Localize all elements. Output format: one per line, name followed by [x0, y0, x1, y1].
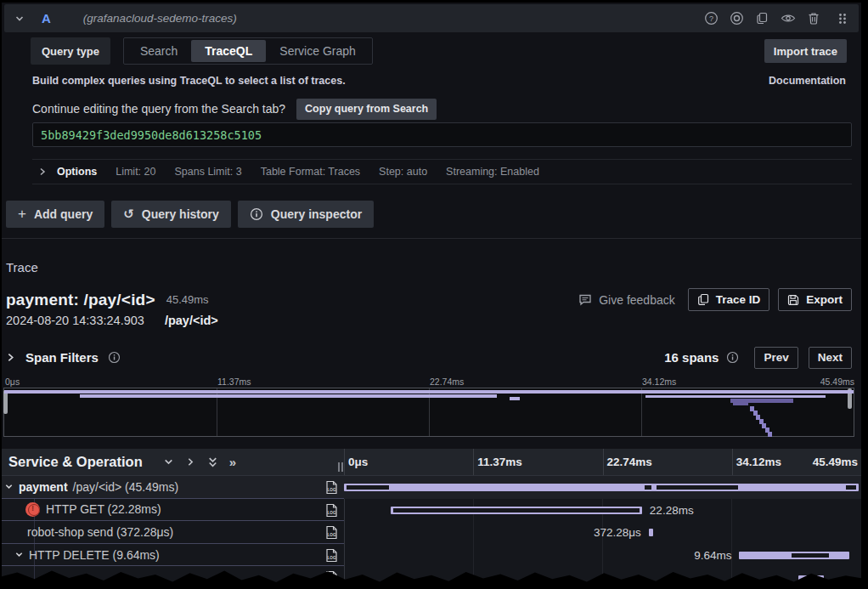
copy-query-from-search-button[interactable]: Copy query from Search [296, 99, 437, 120]
query-history-button[interactable]: ↺ Query history [111, 201, 231, 228]
minimap-span-bar [645, 395, 826, 398]
span-row-robot-shop-send[interactable]: robot-shop send (372.28μs) LOG 372.28μs [2, 521, 861, 544]
documentation-link[interactable]: Documentation [769, 75, 846, 87]
span-count: 16 spans [664, 350, 719, 365]
traceql-hint-text: Build complex queries using TraceQL to s… [32, 75, 346, 87]
duplicate-query-icon[interactable] [755, 11, 769, 25]
minimap-left-handle[interactable] [3, 390, 8, 414]
svg-text:LOG: LOG [328, 556, 336, 560]
log-icon[interactable]: LOG [325, 503, 338, 518]
option-table-format: Table Format: Traces [261, 166, 360, 178]
help-icon[interactable]: ? [704, 11, 719, 25]
minimap-tick: 45.49ms [820, 377, 854, 387]
minimap-tick: 22.74ms [430, 377, 464, 387]
traceql-query-value: 5bb89429f3ded9950de8d613258c5105 [41, 128, 262, 142]
option-limit: Limit: 20 [116, 166, 155, 178]
span-operation-name: HTTP DELETE (9.64ms) [29, 548, 160, 562]
minimap-span-bar [4, 390, 854, 394]
span-bar-area[interactable] [344, 476, 859, 499]
add-query-button[interactable]: + Add query [6, 201, 104, 228]
tab-traceql[interactable]: TraceQL [191, 40, 266, 62]
query-inspector-button[interactable]: Query inspector [238, 201, 374, 228]
collapse-query-chevron-icon[interactable] [14, 14, 25, 24]
span-filters-chevron-icon[interactable] [6, 353, 15, 362]
span-collapse-chevron-icon[interactable] [4, 482, 14, 491]
log-icon[interactable]: LOG [325, 480, 338, 495]
delete-query-trash-icon[interactable] [807, 11, 820, 25]
span-duration-label: 9.64ms [694, 549, 731, 562]
query-type-label: Query type [31, 37, 110, 65]
tab-search[interactable]: Search [127, 40, 191, 62]
give-feedback-link[interactable]: Give feedback [578, 293, 675, 307]
traceql-query-input[interactable]: 5bb89429f3ded9950de8d613258c5105 [32, 122, 852, 147]
span-operation-name: HTTP GET (22.28ms) [46, 502, 161, 516]
span-bar-area[interactable]: 22.28ms [344, 499, 859, 522]
hide-query-eye-icon[interactable] [781, 11, 796, 25]
next-button[interactable]: Next [809, 347, 852, 369]
timeline-tick: 22.74ms [607, 456, 652, 468]
timeline-tick: 11.37ms [477, 456, 522, 468]
minimap-tick: 34.12ms [642, 377, 676, 387]
trace-title: payment: /pay/<id> [6, 291, 155, 309]
minimap-tick-labels: 0μs 11.37ms 22.74ms 34.12ms 45.49ms [5, 377, 854, 387]
timeline-tick: 34.12ms [736, 456, 781, 468]
plus-icon: + [18, 206, 26, 223]
chevron-right-icon[interactable] [185, 456, 196, 467]
service-operation-header: Service & Operation [8, 454, 143, 470]
option-step: Step: auto [379, 166, 427, 178]
datasource-name: (grafanacloud-sedemo-traces) [83, 12, 237, 25]
trace-id-button[interactable]: Trace ID [688, 288, 770, 311]
span-duration-label: 372.28μs [594, 526, 641, 539]
minimap-tick: 0μs [5, 377, 20, 387]
export-button[interactable]: Export [778, 288, 852, 311]
tab-service-graph[interactable]: Service Graph [266, 40, 369, 62]
chevron-down-icon[interactable] [163, 456, 174, 467]
span-list: payment /pay/<id> (45.49ms) LOG HTTP GET… [2, 476, 861, 589]
trace-duration: 45.49ms [166, 293, 209, 306]
timeline-tick: 45.49ms [813, 456, 858, 468]
info-circle-icon [250, 207, 263, 221]
timeline-tick: 0μs [348, 456, 368, 468]
drag-handle-icon[interactable] [837, 12, 848, 25]
span-bar-area[interactable]: 9.64ms [344, 544, 859, 567]
log-icon[interactable]: LOG [325, 548, 338, 563]
span-operation-name: /pay/<id> (45.49ms) [73, 480, 179, 494]
minimap-span-bar [80, 394, 497, 398]
log-icon[interactable]: LOG [325, 525, 338, 540]
minimap-span-bar [768, 432, 772, 437]
span-filters-info-icon[interactable] [108, 351, 121, 364]
trace-minimap[interactable] [3, 388, 854, 437]
record-icon[interactable] [730, 11, 744, 25]
query-type-radiogroup: Search TraceQL Service Graph [123, 37, 373, 65]
query-row-header[interactable]: A (grafanacloud-sedemo-traces) ? [4, 4, 859, 32]
error-icon [25, 502, 40, 517]
span-count-info-icon[interactable] [726, 351, 739, 364]
query-ref-label: A [42, 11, 51, 25]
span-row-http-delete[interactable]: HTTP DELETE (9.64ms) LOG 9.64ms [2, 544, 861, 567]
span-filters-toggle[interactable]: Span Filters [25, 350, 99, 365]
minimap-tick: 11.37ms [217, 377, 251, 387]
span-row-http-get[interactable]: HTTP GET (22.28ms) LOG 22.28ms [2, 499, 861, 522]
span-operation-name: robot-shop send (372.28μs) [27, 525, 173, 539]
column-resize-handle[interactable] [338, 462, 343, 472]
trace-timestamp: 2024-08-20 14:33:24.903 [6, 314, 144, 327]
options-toggle[interactable]: Options [57, 166, 97, 178]
double-chevron-down-icon[interactable] [207, 456, 218, 468]
span-collapse-chevron-icon[interactable] [14, 550, 24, 559]
options-chevron-icon[interactable] [38, 167, 47, 176]
minimap-span-bar [510, 397, 520, 400]
import-trace-button[interactable]: Import trace [764, 39, 847, 63]
span-service-name: payment [19, 480, 68, 494]
double-chevron-right-icon[interactable]: » [229, 455, 236, 469]
copy-icon [697, 293, 709, 306]
prev-button[interactable]: Prev [754, 347, 798, 369]
span-row-payment[interactable]: payment /pay/<id> (45.49ms) LOG [2, 476, 861, 499]
comment-icon [578, 293, 592, 306]
trace-operation: /pay/<id> [165, 314, 218, 327]
history-icon: ↺ [123, 207, 134, 222]
span-duration-label: 22.28ms [650, 503, 694, 516]
timeline-header: 0μs 11.37ms 22.74ms 34.12ms 45.49ms [344, 449, 861, 475]
grafana-explore-screen: A (grafanacloud-sedemo-traces) ? Query t… [2, 3, 861, 589]
svg-text:LOG: LOG [328, 533, 336, 537]
span-bar-area[interactable]: 372.28μs [344, 521, 859, 544]
